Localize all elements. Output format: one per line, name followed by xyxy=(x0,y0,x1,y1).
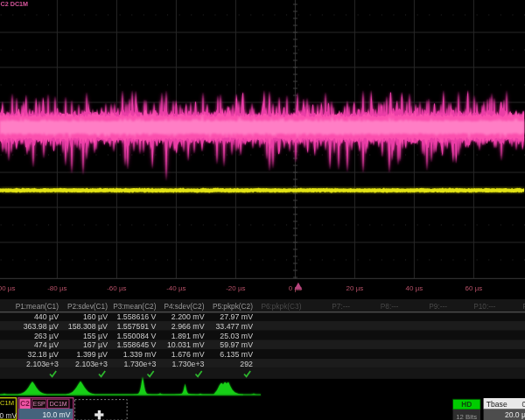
svg-text:DC1M: DC1M xyxy=(0,399,14,407)
svg-text:363.98 µV: 363.98 µV xyxy=(24,322,59,331)
svg-text:2.103e+3: 2.103e+3 xyxy=(75,360,108,368)
svg-text:20.0 µ: 20.0 µ xyxy=(505,410,525,419)
svg-text:-80 µs: -80 µs xyxy=(47,284,66,292)
svg-text:167 µV: 167 µV xyxy=(83,340,108,349)
svg-text:DC1M: DC1M xyxy=(50,401,67,407)
svg-text:P10:---: P10:--- xyxy=(473,302,496,311)
svg-text:2.103e+3: 2.103e+3 xyxy=(26,360,59,368)
svg-text:0 mV: 0 mV xyxy=(0,411,17,420)
svg-text:12 Bits: 12 Bits xyxy=(456,413,477,420)
svg-text:1.891 mV: 1.891 mV xyxy=(172,332,205,340)
svg-text:440 µV: 440 µV xyxy=(34,312,59,321)
svg-text:2.966 mV: 2.966 mV xyxy=(172,322,205,331)
svg-text:P4:sdev(C2): P4:sdev(C2) xyxy=(164,302,204,311)
svg-text:P1:mean(C1): P1:mean(C1) xyxy=(16,302,60,311)
svg-text:-40 µs: -40 µs xyxy=(166,284,186,292)
svg-text:10.0 mV: 10.0 mV xyxy=(42,410,70,419)
svg-text:32.18 µV: 32.18 µV xyxy=(28,350,60,359)
svg-text:292: 292 xyxy=(240,360,253,368)
svg-text:1.550084 V: 1.550084 V xyxy=(116,332,156,340)
svg-text:-60 µs: -60 µs xyxy=(107,284,126,292)
svg-text:155 µV: 155 µV xyxy=(83,332,108,340)
svg-text:C2: C2 xyxy=(20,400,30,408)
svg-text:1.339 mV: 1.339 mV xyxy=(123,350,157,359)
svg-text:-100 µs: -100 µs xyxy=(0,284,15,292)
svg-text:P8:---: P8:--- xyxy=(381,302,399,311)
svg-text:P6:pkpk(C3): P6:pkpk(C3) xyxy=(261,302,301,311)
svg-text:474 µV: 474 µV xyxy=(34,340,59,349)
svg-text:33.477 mV: 33.477 mV xyxy=(215,322,253,331)
svg-text:160 µV: 160 µV xyxy=(83,312,108,321)
svg-text:1.676 mV: 1.676 mV xyxy=(172,350,205,359)
svg-text:40 µs: 40 µs xyxy=(406,284,424,292)
svg-text:60 µs: 60 µs xyxy=(466,284,483,292)
svg-text:P3:mean(C2): P3:mean(C2) xyxy=(113,302,157,311)
svg-text:1.558616 V: 1.558616 V xyxy=(116,312,156,321)
svg-text:0: 0 xyxy=(522,400,525,409)
svg-text:2.200 mV: 2.200 mV xyxy=(172,312,205,321)
svg-text:P9:---: P9:--- xyxy=(429,302,447,311)
svg-text:59.97 mV: 59.97 mV xyxy=(220,340,253,349)
svg-text:ESP: ESP xyxy=(33,401,46,407)
svg-text:1.558645 V: 1.558645 V xyxy=(116,340,156,349)
svg-text:1.730e+3: 1.730e+3 xyxy=(172,360,205,368)
svg-text:P7:---: P7:--- xyxy=(332,302,350,311)
svg-text:10.031 mV: 10.031 mV xyxy=(167,340,205,349)
svg-text:HD: HD xyxy=(461,400,472,409)
svg-text:158.308 µV: 158.308 µV xyxy=(68,322,108,331)
svg-text:P5:pkpk(C2): P5:pkpk(C2) xyxy=(213,302,253,311)
svg-text:C2 DC1M: C2 DC1M xyxy=(1,0,29,8)
svg-text:1.399 µV: 1.399 µV xyxy=(77,350,108,359)
svg-text:-20 µs: -20 µs xyxy=(226,284,245,292)
svg-text:1.557591 V: 1.557591 V xyxy=(116,322,156,331)
svg-text:20 µs: 20 µs xyxy=(346,284,364,292)
svg-text:263 µV: 263 µV xyxy=(34,332,59,340)
svg-text:P2:sdev(C1): P2:sdev(C1) xyxy=(67,302,108,311)
svg-text:1.730e+3: 1.730e+3 xyxy=(124,360,157,368)
svg-text:6.135 mV: 6.135 mV xyxy=(220,350,253,359)
svg-text:Tbase: Tbase xyxy=(486,400,508,409)
svg-text:25.03 mV: 25.03 mV xyxy=(220,332,253,340)
svg-text:27.97 mV: 27.97 mV xyxy=(220,312,253,321)
